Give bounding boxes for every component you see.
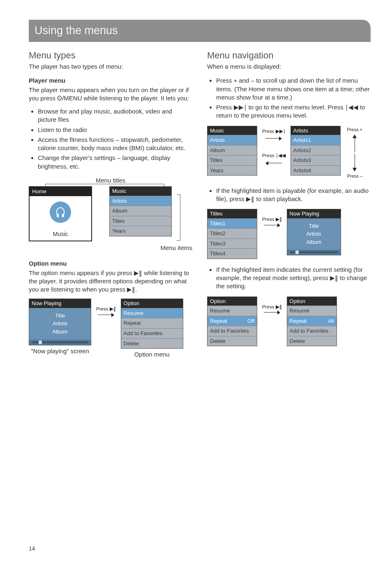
press-minus-label: Press – bbox=[347, 173, 362, 179]
figure-next-prev: Music Artists Album Titles Years Press ▶… bbox=[207, 126, 371, 180]
headphones-icon bbox=[50, 201, 71, 223]
page-banner: Using the menus bbox=[29, 20, 371, 42]
press-next-label: Press ▶▶∣ bbox=[262, 128, 286, 135]
left-column: Menu types The player has two types of m… bbox=[29, 49, 192, 364]
bullet: Listen to the radio bbox=[38, 126, 192, 134]
player-menu-heading: Player menu bbox=[29, 76, 192, 85]
np-album: Album bbox=[31, 328, 89, 336]
player-menu-desc: The player menu appears when you turn on… bbox=[29, 86, 192, 103]
figure-home-music: Home Music Music Artists Album Titles Ye… bbox=[29, 186, 192, 241]
page-number: 14 bbox=[29, 545, 35, 553]
np-title: Title bbox=[31, 312, 89, 320]
press-plus-label: Press + bbox=[347, 127, 363, 133]
play-bullet-list: If the highlighted item is playable (for… bbox=[207, 187, 371, 204]
np-title: Title bbox=[289, 222, 339, 230]
menu-navigation-sub: When a menu is displayed: bbox=[207, 63, 371, 71]
option-menu-caption: Option menu bbox=[134, 350, 170, 359]
menu-navigation-heading: Menu navigation bbox=[207, 49, 371, 62]
option-title: Option bbox=[121, 299, 183, 308]
panel-title: Option bbox=[208, 297, 257, 306]
bullet: Press ▶▶∣ to go to the next menu level. … bbox=[216, 103, 371, 120]
press-play-label: Press ▶‖ bbox=[262, 304, 282, 310]
menu-item: Artists1 bbox=[291, 135, 340, 145]
now-playing-title: Now Playing bbox=[29, 299, 91, 308]
nav-bullets: Press + and – to scroll up and down the … bbox=[207, 76, 371, 120]
option-menu-mock: Option Resume RepeatOff Add to Favorites… bbox=[207, 296, 257, 347]
menu-item: Repeat bbox=[121, 318, 183, 328]
option-menu-mock: Option Resume Repeat Add to Favorites De… bbox=[121, 299, 183, 349]
menu-titles-label: Menu titles bbox=[29, 176, 192, 185]
bullet: Press + and – to scroll up and down the … bbox=[216, 76, 371, 102]
menu-item: Artists bbox=[110, 196, 171, 206]
figure-setting: Option Resume RepeatOff Add to Favorites… bbox=[207, 296, 371, 347]
np-artists: Artists bbox=[289, 230, 339, 238]
menu-item: Album bbox=[208, 145, 257, 155]
arrow-right-icon bbox=[264, 311, 280, 314]
arrow-right-icon bbox=[98, 313, 114, 317]
now-playing-mock: Now Playing Title Artists Album bbox=[29, 299, 91, 345]
brace-icon bbox=[177, 195, 180, 241]
arrow-right-icon bbox=[265, 137, 282, 140]
menu-item: Years bbox=[110, 226, 171, 236]
option-menu-desc: The option menu appears if you press ▶‖ … bbox=[29, 269, 192, 294]
bullet: If the highlighted item indicates the cu… bbox=[216, 266, 371, 291]
menu-item: Titles1 bbox=[208, 218, 257, 229]
now-playing-mock: Now Playing Title Artists Album bbox=[287, 209, 341, 255]
menu-item: Titles3 bbox=[208, 239, 257, 249]
menu-item: RepeatOff bbox=[208, 316, 257, 326]
bullet: Access the fitness functions – stopwatch… bbox=[38, 136, 192, 153]
home-title: Home bbox=[30, 187, 91, 196]
menu-item: RepeatAll bbox=[287, 316, 337, 326]
menu-types-sub: The player has two types of menu: bbox=[29, 63, 192, 71]
progress-bar bbox=[290, 251, 338, 253]
menu-item: Artists2 bbox=[291, 145, 340, 155]
menu-item: Add to Favorites bbox=[208, 326, 257, 336]
menu-item: Titles2 bbox=[208, 228, 257, 239]
bullet: Browse for and play music, audiobook, vi… bbox=[38, 107, 192, 124]
arrow-up-icon bbox=[353, 134, 357, 138]
option-menu-mock: Option Resume RepeatAll Add to Favorites… bbox=[287, 296, 337, 347]
menu-item: Add to Favorites bbox=[287, 326, 337, 336]
now-playing-title: Now Playing bbox=[287, 209, 341, 218]
menu-types-heading: Menu types bbox=[29, 49, 192, 62]
menu-item: Delete bbox=[208, 336, 257, 346]
option-menu-heading: Option menu bbox=[29, 259, 192, 268]
right-column: Menu navigation When a menu is displayed… bbox=[207, 49, 371, 364]
bullet: Change the player's settings – language,… bbox=[38, 154, 192, 171]
menu-item: Artists bbox=[208, 135, 257, 145]
now-playing-caption: "Now playing" screen bbox=[31, 347, 89, 355]
music-menu-title: Music bbox=[110, 187, 171, 196]
menu-item: Add to Favorites bbox=[121, 328, 183, 338]
menu-items-label: Menu items bbox=[29, 244, 192, 252]
bullet: If the highlighted item is playable (for… bbox=[216, 187, 371, 204]
progress-bar bbox=[32, 341, 88, 343]
figure-play: Titles Titles1 Titles2 Titles3 Titles4 P… bbox=[207, 209, 371, 259]
menu-item: Resume bbox=[208, 306, 257, 316]
panel-title: Artists bbox=[291, 126, 340, 135]
arrow-left-icon bbox=[265, 162, 282, 165]
menu-item: Resume bbox=[287, 306, 337, 316]
menu-item: Delete bbox=[287, 336, 337, 346]
titles-menu-mock: Titles Titles1 Titles2 Titles3 Titles4 bbox=[207, 209, 257, 259]
artists-menu-mock: Artists Artists1 Artists2 Artists3 Artis… bbox=[291, 126, 341, 176]
scroll-arrows: Press + Press – bbox=[347, 126, 363, 180]
menu-item: Titles bbox=[110, 216, 171, 226]
arrow-right-icon bbox=[264, 224, 280, 227]
music-menu-mock: Music Artists Album Titles Years bbox=[207, 126, 257, 176]
menu-item: Titles bbox=[208, 155, 257, 165]
menu-item: Artists4 bbox=[291, 165, 340, 176]
menu-item: Years bbox=[208, 165, 257, 176]
press-prev-label: Press ∣◀◀ bbox=[262, 153, 286, 159]
menu-item: Delete bbox=[121, 338, 183, 349]
arrow-down-icon bbox=[353, 168, 357, 171]
player-menu-bullets: Browse for and play music, audiobook, vi… bbox=[29, 107, 192, 171]
menu-item: Album bbox=[110, 206, 171, 216]
np-artists: Artists bbox=[31, 320, 89, 327]
menu-item: Resume bbox=[121, 308, 183, 318]
home-footer: Music bbox=[30, 229, 91, 241]
home-screen-mock: Home Music bbox=[29, 186, 92, 241]
setting-bullet-list: If the highlighted item indicates the cu… bbox=[207, 266, 371, 291]
press-play-label: Press ▶‖ bbox=[96, 306, 116, 313]
panel-title: Titles bbox=[208, 209, 257, 218]
menu-item: Titles4 bbox=[208, 248, 257, 259]
